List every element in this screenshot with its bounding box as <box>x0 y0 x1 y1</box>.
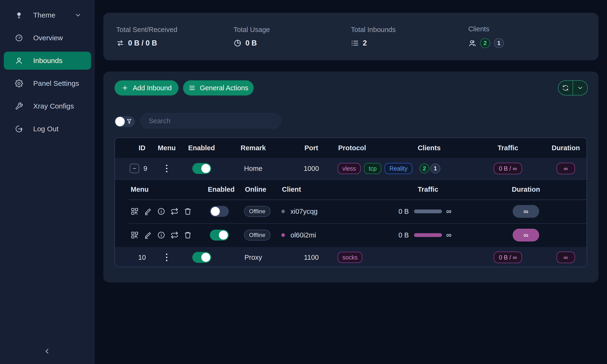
stat-value: 0 B <box>245 39 257 47</box>
reset-traffic-icon[interactable] <box>171 207 179 215</box>
client-name: ol60i2mi <box>290 231 316 239</box>
sidebar-item-label: Inbounds <box>33 57 62 65</box>
sidebar-item-overview[interactable]: Overview <box>4 29 91 47</box>
sidebar-item-panel-settings[interactable]: Panel Settings <box>4 74 91 92</box>
row-remark: Proxy <box>244 253 262 261</box>
client-traffic-used: 0 B <box>398 231 409 239</box>
sidebar-item-inbounds[interactable]: Inbounds <box>4 52 91 70</box>
chevron-left-icon <box>43 347 51 356</box>
client-row: Offline xi07ycqg 0 B ∞ ∞ <box>115 199 587 223</box>
info-icon[interactable] <box>157 207 165 215</box>
duration-pill[interactable]: ∞ <box>556 163 575 174</box>
row-enabled-toggle[interactable] <box>192 252 211 263</box>
wrench-icon <box>15 102 23 110</box>
reset-traffic-icon[interactable] <box>171 231 179 239</box>
client-count-badges: 2 1 <box>420 164 440 173</box>
traffic-limit: ∞ <box>446 231 451 239</box>
stat-label: Clients <box>468 25 586 33</box>
client-duration-pill[interactable]: ∞ <box>513 205 539 218</box>
chevron-down-icon <box>577 85 583 91</box>
list-icon <box>351 39 359 47</box>
traffic-bar <box>414 233 442 237</box>
refresh-dropdown-button[interactable] <box>573 81 587 95</box>
client-action-icons <box>131 207 192 215</box>
online-status-badge: Offline <box>244 230 271 241</box>
sidebar-item-label: Panel Settings <box>33 79 79 88</box>
sidebar-item-label: Overview <box>33 34 63 42</box>
trash-icon[interactable] <box>184 231 192 239</box>
filter-toggle[interactable] <box>115 116 135 127</box>
client-row: Offline ol60i2mi 0 B ∞ ∞ <box>115 223 587 247</box>
inbounds-panel: Add Inbound General Actions <box>103 72 598 283</box>
client-traffic-used: 0 B <box>398 208 409 215</box>
row-remark: Home <box>244 165 262 172</box>
sidebar-item-theme[interactable]: Theme <box>4 6 91 24</box>
stat-label: Total Usage <box>234 26 351 34</box>
sidebar-item-log-out[interactable]: Log Out <box>4 120 91 138</box>
online-status-badge: Offline <box>244 206 271 217</box>
kebab-menu-icon[interactable] <box>165 252 169 262</box>
header-protocol: Protocol <box>338 144 366 152</box>
gauge-icon <box>15 34 23 42</box>
general-actions-button[interactable]: General Actions <box>183 80 254 95</box>
edit-icon[interactable] <box>144 231 152 239</box>
search-input[interactable] <box>140 113 281 129</box>
client-enabled-toggle[interactable] <box>210 230 229 241</box>
filter-icon <box>126 118 132 125</box>
protocol-badges: vless tcp Reality <box>338 163 412 174</box>
sidebar-item-label: Xray Configs <box>33 102 74 110</box>
protocol-badge-tcp: tcp <box>364 163 381 174</box>
header-clients: Clients <box>418 144 441 152</box>
refresh-icon <box>562 85 569 91</box>
refresh-button-group <box>558 80 588 95</box>
row-enabled-toggle[interactable] <box>192 163 211 174</box>
client-status-dot <box>281 210 285 213</box>
header-id: ID <box>139 144 145 152</box>
subheader-online: Online <box>245 185 266 193</box>
stat-label: Total Inbounds <box>351 26 468 34</box>
client-duration-pill[interactable]: ∞ <box>513 229 539 242</box>
row-port: 1100 <box>304 253 319 261</box>
stat-value: 0 B / 0 B <box>128 39 157 47</box>
stat-total-usage: Total Usage 0 B <box>234 26 351 47</box>
row-port: 1000 <box>304 165 319 172</box>
protocol-badge-reality: Reality <box>385 163 412 174</box>
sidebar-item-xray-configs[interactable]: Xray Configs <box>4 97 91 115</box>
subheader-menu: Menu <box>131 185 149 193</box>
table-row: 9 Home 1000 vless tcp Reality 2 1 0 B / … <box>115 158 587 179</box>
traffic-limit: ∞ <box>446 207 451 216</box>
sidebar-item-label: Theme <box>33 11 55 19</box>
kebab-menu-icon[interactable] <box>165 163 169 174</box>
transfer-icon <box>116 39 124 47</box>
row-id: 9 <box>144 165 147 172</box>
header-enabled: Enabled <box>188 144 215 152</box>
add-inbound-button[interactable]: Add Inbound <box>115 80 179 95</box>
trash-icon[interactable] <box>184 207 192 215</box>
stat-total-inbounds: Total Inbounds 2 <box>351 26 468 47</box>
stat-clients: Clients 2 1 <box>468 25 586 48</box>
duration-pill[interactable]: ∞ <box>556 251 575 263</box>
qr-code-icon[interactable] <box>131 231 139 239</box>
qr-code-icon[interactable] <box>131 207 139 215</box>
table-header-row: ID Menu Enabled Remark Port Protocol Cli… <box>115 138 587 158</box>
stat-value: 2 <box>363 39 367 47</box>
inbounds-table: ID Menu Enabled Remark Port Protocol Cli… <box>115 137 587 267</box>
client-duration-pill-wrap: ∞ <box>513 205 539 218</box>
chevron-down-icon <box>74 12 81 19</box>
sidebar-collapse-button[interactable] <box>39 345 55 359</box>
protocol-badge-socks: socks <box>338 252 362 263</box>
subheader-traffic: Traffic <box>418 185 438 193</box>
clients-total-badge: 1 <box>430 164 440 173</box>
collapse-row-icon[interactable] <box>130 164 139 173</box>
info-icon[interactable] <box>157 231 165 239</box>
general-actions-label: General Actions <box>200 84 249 92</box>
header-duration: Duration <box>552 144 580 152</box>
traffic-pill: 0 B / ∞ <box>494 163 522 174</box>
edit-icon[interactable] <box>144 207 152 215</box>
sidebar: Theme Overview Inbounds <box>0 0 95 364</box>
client-duration-pill-wrap: ∞ <box>513 229 539 242</box>
refresh-button[interactable] <box>558 81 573 95</box>
stats-card: Total Sent/Received 0 B / 0 B Total Usag… <box>103 13 598 60</box>
users-icon <box>468 39 476 47</box>
client-enabled-toggle[interactable] <box>210 206 229 217</box>
